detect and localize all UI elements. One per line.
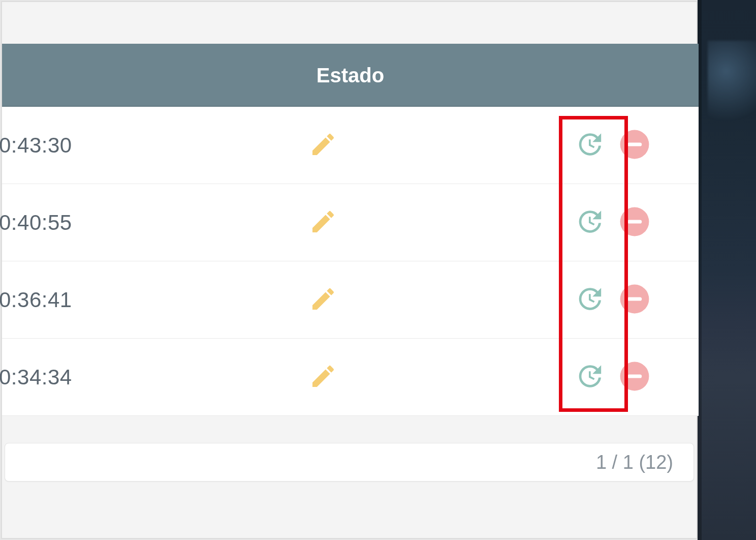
row-actions: [574, 361, 650, 394]
history-button[interactable]: [574, 362, 604, 393]
row-actions: [574, 206, 650, 239]
minus-circle-icon: [619, 206, 650, 237]
history-button[interactable]: [574, 207, 604, 238]
pencil-icon: [309, 207, 337, 236]
history-button[interactable]: [574, 284, 604, 316]
edit-button[interactable]: [309, 207, 337, 238]
svg-rect-5: [627, 297, 642, 301]
pencil-icon: [309, 362, 337, 391]
history-icon: [574, 362, 604, 391]
pagination-text: 1 / 1 (12): [596, 452, 673, 473]
row-actions: [574, 129, 650, 162]
pencil-icon: [309, 285, 337, 313]
svg-rect-1: [627, 142, 642, 146]
time-cell: 0:36:41: [0, 288, 212, 312]
edit-button[interactable]: [309, 362, 337, 393]
row-actions: [574, 283, 650, 317]
time-cell: 0:34:34: [0, 365, 212, 389]
edit-button[interactable]: [309, 285, 337, 315]
desktop-background-strip: [698, 0, 756, 540]
table-header: Estado: [2, 44, 699, 107]
edit-button[interactable]: [309, 130, 337, 161]
column-header-estado: Estado: [317, 64, 384, 87]
minus-circle-icon: [619, 129, 650, 160]
svg-rect-7: [627, 374, 642, 378]
table-row: 0:43:30: [2, 107, 699, 184]
table-row: 0:40:55: [2, 184, 699, 261]
delete-button[interactable]: [619, 129, 650, 162]
desktop-glow: [708, 41, 756, 142]
delete-button[interactable]: [619, 206, 650, 239]
table-row: 0:36:41: [2, 261, 699, 339]
table-body: 0:43:30: [2, 107, 699, 416]
time-cell: 0:43:30: [0, 133, 212, 158]
pencil-icon: [309, 130, 337, 159]
history-button[interactable]: [574, 130, 604, 161]
minus-circle-icon: [619, 283, 650, 315]
minus-circle-icon: [619, 361, 650, 392]
table-row: 0:34:34: [2, 339, 699, 416]
history-icon: [574, 207, 604, 236]
history-icon: [574, 284, 604, 314]
time-cell: 0:40:55: [0, 211, 212, 235]
delete-button[interactable]: [619, 283, 650, 317]
svg-rect-3: [627, 220, 642, 223]
history-icon: [574, 130, 604, 159]
app-window: Estado 0:43:30: [1, 1, 698, 539]
delete-button[interactable]: [619, 361, 650, 394]
pagination-bar[interactable]: 1 / 1 (12): [5, 443, 694, 482]
